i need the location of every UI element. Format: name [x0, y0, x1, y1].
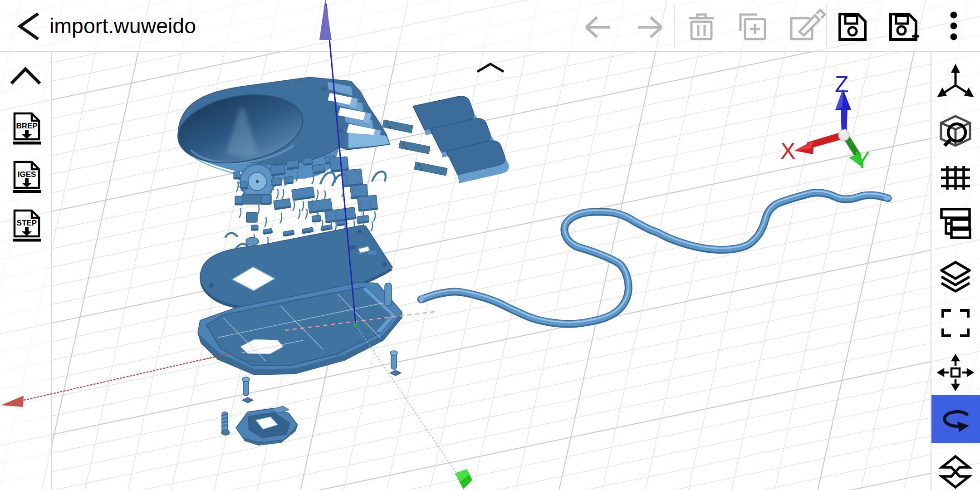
svg-text:Z: Z	[835, 72, 849, 97]
svg-text:X: X	[780, 138, 795, 164]
svg-text:Y: Y	[855, 147, 870, 173]
svg-text:IGES: IGES	[18, 170, 36, 179]
svg-text:BREP: BREP	[16, 122, 37, 130]
svg-text:STEP: STEP	[17, 219, 37, 227]
svg-text:import.wuweido: import.wuweido	[49, 14, 196, 38]
